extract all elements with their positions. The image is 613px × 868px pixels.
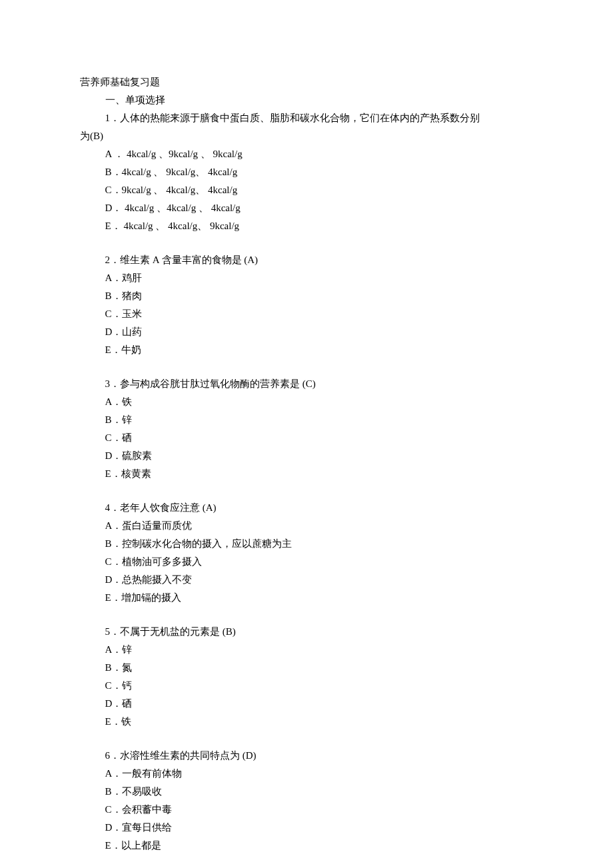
spacer xyxy=(80,731,533,747)
q2-option-e: E．牛奶 xyxy=(80,341,533,359)
q5-stem: 5．不属于无机盐的元素是 (B) xyxy=(80,623,533,641)
q1-option-b: B．4kcal/g 、 9kcal/g、 4kcal/g xyxy=(80,163,533,181)
q3-option-c: C．硒 xyxy=(80,429,533,447)
q1-option-c: C．9kcal/g 、 4kcal/g、 4kcal/g xyxy=(80,181,533,199)
q5-option-a: A．锌 xyxy=(80,641,533,659)
section-heading: 一、单项选择 xyxy=(80,91,533,109)
spacer xyxy=(80,359,533,375)
q3-option-e: E．核黄素 xyxy=(80,465,533,483)
q4-option-e: E．增加镉的摄入 xyxy=(80,589,533,607)
q2-option-b: B．猪肉 xyxy=(80,287,533,305)
q1-option-d: D． 4kcal/g 、4kcal/g 、 4kcal/g xyxy=(80,199,533,217)
q4-stem: 4．老年人饮食应注意 (A) xyxy=(80,499,533,517)
q4-option-b: B．控制碳水化合物的摄入，应以蔗糖为主 xyxy=(80,535,533,553)
q1-option-e: E． 4kcal/g 、 4kcal/g、 9kcal/g xyxy=(80,217,533,235)
q6-option-a: A．一般有前体物 xyxy=(80,765,533,783)
q5-option-c: C．钙 xyxy=(80,677,533,695)
q1-option-a: A ． 4kcal/g 、9kcal/g 、 9kcal/g xyxy=(80,145,533,163)
q6-option-d: D．宜每日供给 xyxy=(80,819,533,837)
q3-option-b: B．锌 xyxy=(80,411,533,429)
q3-stem: 3．参与构成谷胱甘肽过氧化物酶的营养素是 (C) xyxy=(80,375,533,393)
q3-option-d: D．硫胺素 xyxy=(80,447,533,465)
spacer xyxy=(80,607,533,623)
q4-option-c: C．植物油可多多摄入 xyxy=(80,553,533,571)
q5-option-e: E．铁 xyxy=(80,713,533,731)
spacer xyxy=(80,483,533,499)
spacer xyxy=(80,235,533,251)
q4-option-d: D．总热能摄入不变 xyxy=(80,571,533,589)
q1-stem-line2: 为(B) xyxy=(80,127,533,145)
page: 营养师基础复习题 一、单项选择 1．人体的热能来源于膳食中蛋白质、脂肪和碳水化合… xyxy=(0,0,613,868)
q5-option-b: B．氮 xyxy=(80,659,533,677)
q6-stem: 6．水溶性维生素的共同特点为 (D) xyxy=(80,747,533,765)
q2-option-c: C．玉米 xyxy=(80,305,533,323)
q3-option-a: A．铁 xyxy=(80,393,533,411)
q1-stem-line1: 1．人体的热能来源于膳食中蛋白质、脂肪和碳水化合物，它们在体内的产热系数分别 xyxy=(80,109,533,127)
q5-option-d: D．硒 xyxy=(80,695,533,713)
q2-stem: 2．维生素 A 含量丰富的食物是 (A) xyxy=(80,251,533,269)
q4-option-a: A．蛋白适量而质优 xyxy=(80,517,533,535)
q6-option-c: C．会积蓄中毒 xyxy=(80,801,533,819)
q2-option-d: D．山药 xyxy=(80,323,533,341)
q2-option-a: A．鸡肝 xyxy=(80,269,533,287)
q6-option-b: B．不易吸收 xyxy=(80,783,533,801)
document-title: 营养师基础复习题 xyxy=(80,73,533,91)
q6-option-e: E．以上都是 xyxy=(80,837,533,855)
